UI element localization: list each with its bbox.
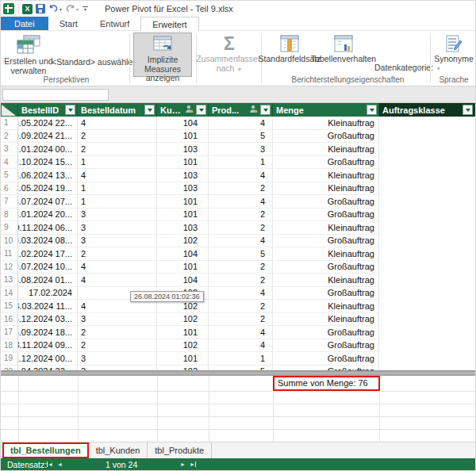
cell-produkt[interactable]: 4	[209, 339, 273, 353]
cell-bestelldatum[interactable]: 2	[78, 143, 157, 156]
cell-bestellid[interactable]: 15.12.2024 03...	[18, 313, 78, 327]
row-number[interactable]: 2	[1, 130, 18, 144]
filter-dropdown-icon[interactable]	[144, 105, 155, 115]
cell-kunde[interactable]: 104	[157, 117, 209, 130]
filter-dropdown-icon[interactable]	[367, 105, 377, 115]
cell-produkt[interactable]: 2	[209, 209, 273, 222]
select-all-corner[interactable]	[1, 103, 18, 117]
last-record-icon[interactable]: ►	[190, 461, 196, 468]
row-number[interactable]: 8	[1, 209, 18, 222]
cell-bestellid[interactable]: 20.03.2024 08...	[18, 235, 78, 248]
cell-bestelldatum[interactable]: 2	[78, 326, 157, 339]
cell-bestellid[interactable]: 06.05.2024 22...	[18, 117, 78, 130]
cell-kunde[interactable]: 103	[157, 169, 209, 182]
cell-produkt[interactable]: 4	[209, 287, 273, 301]
filter-dropdown-icon[interactable]	[260, 105, 271, 115]
cell-produkt[interactable]: 1	[209, 352, 273, 366]
cell-menge[interactable]: Kleinauftrag	[273, 143, 379, 156]
row-number[interactable]: 7	[1, 195, 18, 209]
cell-bestellid[interactable]: 31.12.2024 00...	[18, 352, 78, 366]
cell-menge[interactable]: Kleinauftrag	[273, 247, 379, 261]
cell-produkt[interactable]: 2	[209, 300, 273, 313]
row-number[interactable]: 17	[1, 326, 18, 339]
cell-bestellid[interactable]: 29.11.2024 06...	[18, 221, 78, 235]
cell-kunde[interactable]: 101	[157, 261, 209, 274]
tab-erweitert[interactable]: Erweitert	[140, 17, 198, 31]
measure-grid[interactable]: Summe von Menge: 76	[1, 376, 475, 442]
cell-kunde[interactable]: 104	[157, 247, 209, 261]
quick-access-toolbar-icon[interactable]: ▾	[82, 6, 89, 11]
synonyms-button[interactable]: Synonyme	[433, 33, 474, 64]
cell-bestellid[interactable]: 09.07.2024 10...	[18, 261, 78, 274]
cell-bestelldatum[interactable]: 3	[78, 313, 157, 327]
cell-menge[interactable]: Großauftrag	[273, 287, 379, 301]
cell-bestelldatum[interactable]: 3	[78, 352, 157, 366]
cell-produkt[interactable]: 4	[209, 195, 273, 209]
row-number[interactable]: 4	[1, 156, 18, 170]
cell-menge[interactable]: Kleinauftrag	[273, 313, 379, 327]
column-header-produkt[interactable]: Prod...	[209, 103, 273, 117]
row-number[interactable]: 9	[1, 221, 18, 235]
cell-produkt[interactable]: 2	[209, 261, 273, 274]
column-header-bestellid[interactable]: BestellID	[18, 103, 78, 117]
cell-produkt[interactable]: 2	[209, 274, 273, 287]
cell-bestelldatum[interactable]: 3	[78, 221, 157, 235]
cell-bestellid[interactable]: 10.09.2024 21...	[18, 130, 78, 144]
row-number[interactable]: 13	[1, 274, 18, 287]
row-number[interactable]: 3	[1, 143, 18, 156]
tab-start[interactable]: Start	[48, 17, 89, 30]
row-number[interactable]: 14	[1, 287, 18, 301]
cell-produkt[interactable]: 5	[209, 130, 273, 144]
next-record-icon[interactable]: ►	[180, 461, 186, 468]
cell-menge[interactable]: Kleinauftrag	[273, 169, 379, 182]
column-header-menge[interactable]: Menge	[273, 103, 379, 117]
cell-bestelldatum[interactable]: 1	[78, 156, 157, 170]
cell-bestellid[interactable]: 12.10.2024 15...	[18, 156, 78, 170]
cell-bestellid[interactable]: 16.01.2024 20...	[18, 209, 78, 222]
cell-bestelldatum[interactable]: 4	[78, 169, 157, 182]
cell-kunde[interactable]: 101	[157, 352, 209, 366]
filter-dropdown-icon[interactable]	[463, 105, 473, 115]
cell-kunde[interactable]: 103	[157, 182, 209, 196]
measure-cell[interactable]: Summe von Menge: 76	[278, 378, 368, 388]
cell-produkt[interactable]: 1	[209, 156, 273, 170]
cell-bestelldatum[interactable]: 1	[78, 195, 157, 209]
filter-dropdown-icon[interactable]	[65, 105, 75, 115]
excel-icon[interactable]: X	[22, 4, 33, 14]
cell-bestelldatum[interactable]: 3	[78, 209, 157, 222]
cell-bestellid[interactable]: 17.02.2024	[18, 287, 78, 301]
cell-produkt[interactable]: 5	[209, 247, 273, 261]
row-number[interactable]: 6	[1, 182, 18, 196]
row-number[interactable]: 11	[1, 247, 18, 261]
cell-menge[interactable]: Großauftrag	[273, 156, 379, 170]
cell-produkt[interactable]: 2	[209, 221, 273, 235]
cell-bestelldatum[interactable]: 3	[78, 235, 157, 248]
table-behavior-button[interactable]: Tabellenverhalten	[316, 33, 371, 64]
cell-kunde[interactable]: 101	[157, 195, 209, 209]
cell-menge[interactable]: Großauftrag	[273, 130, 379, 144]
column-header-kunde[interactable]: Kun...	[157, 103, 209, 117]
sheet-tab-kunden[interactable]: tbl_Kunden	[89, 442, 148, 458]
row-number[interactable]: 5	[1, 169, 18, 182]
cell-produkt[interactable]: 3	[209, 143, 273, 156]
column-header-bestelldatum[interactable]: Bestelldatum	[78, 103, 157, 117]
cell-kunde[interactable]: 103	[157, 221, 209, 235]
tab-entwurf[interactable]: Entwurf	[89, 17, 140, 30]
undo-icon[interactable]: ▾	[48, 4, 62, 13]
cell-menge[interactable]: Großauftrag	[273, 209, 379, 222]
cell-kunde[interactable]: 104	[157, 274, 209, 287]
cell-bestelldatum[interactable]: 4	[78, 274, 157, 287]
cell-kunde[interactable]: 101	[157, 209, 209, 222]
sheet-tab-produkte[interactable]: tbl_Produkte	[148, 442, 212, 458]
cell-menge[interactable]: Kleinauftrag	[273, 182, 379, 196]
row-number[interactable]: 1	[1, 117, 18, 130]
grid-splitter[interactable]	[1, 370, 475, 376]
cell-bestellid[interactable]: 13.11.2024 09...	[18, 339, 78, 353]
cell-menge[interactable]: Kleinauftrag	[273, 221, 379, 235]
cell-menge[interactable]: Großauftrag	[273, 261, 379, 274]
cell-bestellid[interactable]: 23.06.2024 13...	[18, 169, 78, 182]
cell-menge[interactable]: Kleinauftrag	[273, 300, 379, 313]
cell-kunde[interactable]: 101	[157, 326, 209, 339]
row-number[interactable]: 12	[1, 261, 18, 274]
cell-bestellid[interactable]: 01.01.2024 00...	[18, 143, 78, 156]
